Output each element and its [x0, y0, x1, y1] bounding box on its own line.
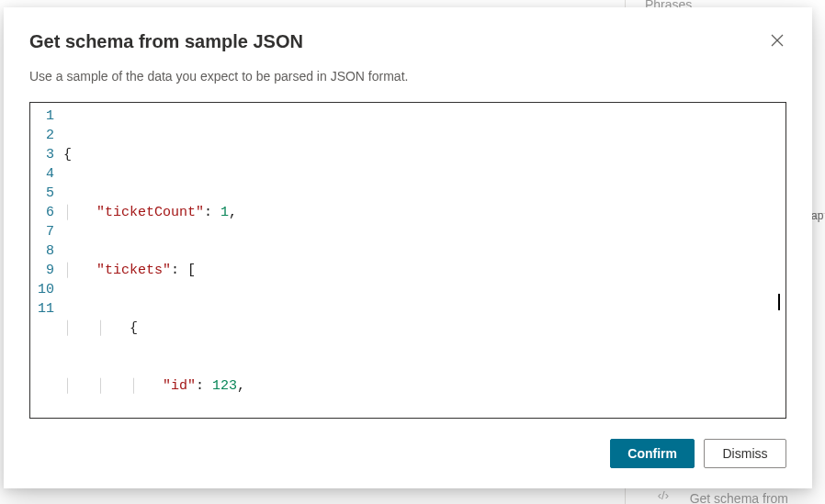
- close-icon: [771, 34, 784, 47]
- line-number: 9: [30, 261, 54, 280]
- line-number: 2: [30, 126, 54, 145]
- line-number: 10: [30, 280, 54, 299]
- modal-header: Get schema from sample JSON: [29, 31, 786, 52]
- background-schema-hint: Get schema from: [690, 491, 788, 504]
- line-number: 7: [30, 222, 54, 241]
- modal-title: Get schema from sample JSON: [29, 31, 303, 52]
- line-number: 8: [30, 241, 54, 261]
- line-number: 5: [30, 184, 54, 203]
- schema-from-sample-modal: Get schema from sample JSON Use a sample…: [4, 7, 812, 488]
- modal-description: Use a sample of the data you expect to b…: [29, 69, 786, 84]
- editor-cursor: [778, 294, 780, 310]
- json-sample-editor[interactable]: 1 2 3 4 5 6 7 8 9 10 11 { │ "ticketCount…: [29, 102, 786, 419]
- dismiss-button[interactable]: Dismiss: [704, 439, 786, 468]
- line-number: 11: [30, 299, 54, 319]
- line-number: 3: [30, 145, 54, 164]
- code-angle-icon: ‹/›: [658, 488, 669, 502]
- line-number: 1: [30, 106, 54, 126]
- line-number: 6: [30, 203, 54, 222]
- line-number-gutter: 1 2 3 4 5 6 7 8 9 10 11: [30, 106, 60, 418]
- line-number: 4: [30, 164, 54, 184]
- background-tab-fragment: ap: [811, 209, 825, 228]
- code-content[interactable]: { │ "ticketCount": 1, │ "tickets": [ │ │…: [60, 106, 785, 418]
- confirm-button[interactable]: Confirm: [610, 439, 695, 468]
- close-button[interactable]: [768, 31, 786, 50]
- modal-footer: Confirm Dismiss: [29, 439, 786, 468]
